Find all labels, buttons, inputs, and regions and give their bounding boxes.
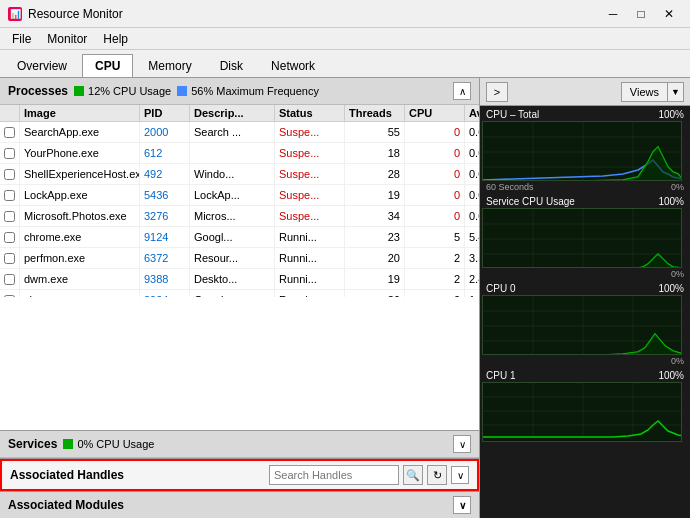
row-checkbox[interactable] <box>0 164 20 184</box>
processes-section-header[interactable]: Processes 12% CPU Usage 56% Maximum Freq… <box>0 78 479 105</box>
processes-expand-button[interactable]: ∧ <box>453 82 471 100</box>
row-checkbox[interactable] <box>0 269 20 289</box>
menu-monitor[interactable]: Monitor <box>39 30 95 48</box>
col-desc[interactable]: Descrip... <box>190 105 275 121</box>
processes-title: Processes <box>8 84 68 98</box>
tab-network[interactable]: Network <box>258 54 328 77</box>
table-row: chrome.exe 8924 Googl... Runni... 36 2 1… <box>0 290 479 297</box>
tab-bar: Overview CPU Memory Disk Network <box>0 50 690 78</box>
freq-label: 56% Maximum Frequency <box>191 85 319 97</box>
views-arrow-button[interactable]: ▼ <box>668 82 684 102</box>
table-row: perfmon.exe 6372 Resour... Runni... 20 2… <box>0 248 479 269</box>
modules-expand-button[interactable]: ∨ <box>453 496 471 514</box>
row-checkbox[interactable] <box>0 248 20 268</box>
row-image: Microsoft.Photos.exe <box>20 206 140 226</box>
row-checkbox[interactable] <box>0 290 20 297</box>
left-panel: Processes 12% CPU Usage 56% Maximum Freq… <box>0 78 480 518</box>
chart-cpu1-label: CPU 1 <box>486 370 515 381</box>
row-avg: 5.49 <box>465 227 479 247</box>
row-desc: Googl... <box>190 227 275 247</box>
row-threads: 34 <box>345 206 405 226</box>
row-threads: 55 <box>345 122 405 142</box>
col-threads[interactable]: Threads <box>345 105 405 121</box>
row-checkbox[interactable] <box>0 143 20 163</box>
row-desc: Micros... <box>190 206 275 226</box>
row-status: Runni... <box>275 290 345 297</box>
chart-service-label: Service CPU Usage <box>486 196 575 207</box>
col-image[interactable]: Image <box>20 105 140 121</box>
row-checkbox[interactable] <box>0 227 20 247</box>
views-button-group: Views ▼ <box>621 82 684 102</box>
nav-back-button[interactable]: > <box>486 82 508 102</box>
chart-cpu0-time: 0% <box>482 355 688 367</box>
window-controls: ─ □ ✕ <box>600 4 682 24</box>
row-threads: 28 <box>345 164 405 184</box>
chart-cpu0-header: CPU 0 100% <box>482 282 688 295</box>
col-checkbox[interactable] <box>0 105 20 121</box>
handles-expand-button[interactable]: ∨ <box>451 466 469 484</box>
row-avg: 0.00 <box>465 206 479 226</box>
services-header[interactable]: Services 0% CPU Usage ∨ <box>0 431 479 458</box>
minimize-button[interactable]: ─ <box>600 4 626 24</box>
chart-cpu0-value: 100% <box>658 283 684 294</box>
chart-service-header: Service CPU Usage 100% <box>482 195 688 208</box>
menu-bar: File Monitor Help <box>0 28 690 50</box>
maximize-button[interactable]: □ <box>628 4 654 24</box>
chart-cpu0-label: CPU 0 <box>486 283 515 294</box>
row-checkbox[interactable] <box>0 122 20 142</box>
close-button[interactable]: ✕ <box>656 4 682 24</box>
col-status[interactable]: Status <box>275 105 345 121</box>
row-avg: 0.00 <box>465 143 479 163</box>
freq-indicator: 56% Maximum Frequency <box>177 85 319 97</box>
right-panel-header: > Views ▼ <box>480 78 690 106</box>
col-cpu[interactable]: CPU <box>405 105 465 121</box>
handles-search-icon-button[interactable]: 🔍 <box>403 465 423 485</box>
menu-file[interactable]: File <box>4 30 39 48</box>
row-pid: 2000 <box>140 122 190 142</box>
cpu-usage-label: 12% CPU Usage <box>88 85 171 97</box>
window-title: Resource Monitor <box>28 7 123 21</box>
row-cpu: 5 <box>405 227 465 247</box>
table-rows: SearchApp.exe 2000 Search ... Suspe... 5… <box>0 122 479 297</box>
row-checkbox[interactable] <box>0 185 20 205</box>
row-pid: 492 <box>140 164 190 184</box>
col-pid[interactable]: PID <box>140 105 190 121</box>
app-icon: 📊 <box>8 7 22 21</box>
tab-overview[interactable]: Overview <box>4 54 80 77</box>
handles-search-area: 🔍 ↻ ∨ <box>269 465 469 485</box>
row-image: YourPhone.exe <box>20 143 140 163</box>
handles-search-input[interactable] <box>269 465 399 485</box>
table-row: YourPhone.exe 612 Suspe... 18 0 0.00 <box>0 143 479 164</box>
modules-section: Associated Modules ∨ <box>0 491 479 518</box>
row-pid: 9388 <box>140 269 190 289</box>
row-status: Suspe... <box>275 206 345 226</box>
row-threads: 20 <box>345 248 405 268</box>
row-status: Runni... <box>275 248 345 268</box>
row-checkbox[interactable] <box>0 206 20 226</box>
tab-disk[interactable]: Disk <box>207 54 256 77</box>
tab-cpu[interactable]: CPU <box>82 54 133 77</box>
freq-indicator-box <box>177 86 187 96</box>
row-desc: Windo... <box>190 164 275 184</box>
menu-help[interactable]: Help <box>95 30 136 48</box>
handles-refresh-button[interactable]: ↻ <box>427 465 447 485</box>
row-image: perfmon.exe <box>20 248 140 268</box>
views-label-button[interactable]: Views <box>621 82 668 102</box>
modules-header[interactable]: Associated Modules ∨ <box>0 492 479 518</box>
tab-memory[interactable]: Memory <box>135 54 204 77</box>
chart-service-value: 100% <box>658 196 684 207</box>
col-avg[interactable]: Averag... <box>465 105 479 121</box>
row-pid: 9124 <box>140 227 190 247</box>
row-threads: 18 <box>345 143 405 163</box>
row-threads: 23 <box>345 227 405 247</box>
row-cpu: 2 <box>405 269 465 289</box>
svg-rect-24 <box>483 383 682 438</box>
row-cpu: 0 <box>405 206 465 226</box>
table-header-row: Image PID Descrip... Status Threads CPU … <box>0 105 479 122</box>
row-image: SearchApp.exe <box>20 122 140 142</box>
row-desc: LockAp... <box>190 185 275 205</box>
row-image: LockApp.exe <box>20 185 140 205</box>
row-cpu: 0 <box>405 122 465 142</box>
row-cpu: 0 <box>405 164 465 184</box>
services-expand-button[interactable]: ∨ <box>453 435 471 453</box>
